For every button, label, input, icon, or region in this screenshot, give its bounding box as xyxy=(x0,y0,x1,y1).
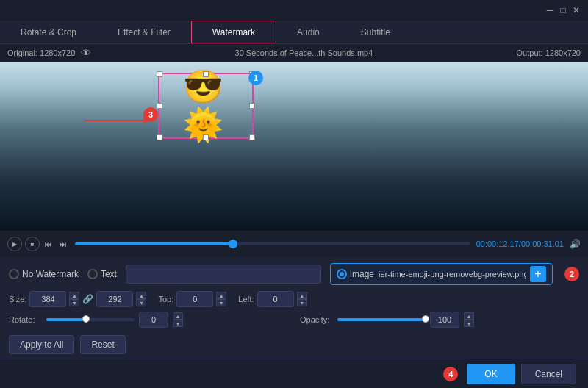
tab-rotate-crop[interactable]: Rotate & Crop xyxy=(0,21,97,43)
handle-bottom-left[interactable] xyxy=(157,134,162,140)
progress-fill xyxy=(75,242,233,245)
watermark-box[interactable]: 😎🌞 xyxy=(158,73,254,139)
handle-bottom-right[interactable] xyxy=(249,134,255,140)
no-watermark-label: No Watermark xyxy=(22,269,79,279)
video-preview-bg xyxy=(0,62,588,231)
rotate-spin: ▲ ▼ xyxy=(173,312,183,327)
handle-right-mid[interactable] xyxy=(249,103,255,109)
badge-3: 3 xyxy=(143,107,158,122)
play-controls: ▶ ■ ⏮ ⏭ xyxy=(7,237,69,251)
height-down[interactable]: ▼ xyxy=(136,299,146,306)
badge-4: 4 xyxy=(443,367,458,381)
tab-bar: Rotate & Crop Effect & Filter Watermark … xyxy=(0,21,588,44)
volume-icon[interactable]: 🔊 xyxy=(570,239,581,249)
tab-subtitle[interactable]: Subtitle xyxy=(340,21,411,43)
rotate-down[interactable]: ▼ xyxy=(173,320,183,327)
image-label: Image xyxy=(350,269,374,279)
width-input[interactable] xyxy=(29,291,66,307)
top-group: Top: ▲ ▼ xyxy=(158,291,226,307)
top-up[interactable]: ▲ xyxy=(216,292,226,299)
opacity-thumb[interactable] xyxy=(422,315,429,323)
controls-area: No Watermark Text Image ier-time-emoji-p… xyxy=(0,257,588,360)
image-radio[interactable] xyxy=(337,269,347,279)
opacity-down[interactable]: ▼ xyxy=(464,320,474,327)
original-size-label: Original: 1280x720 xyxy=(7,48,75,57)
progress-thumb[interactable] xyxy=(229,240,237,248)
rotate-group: Rotate: ▲ ▼ xyxy=(9,312,288,328)
text-label: Text xyxy=(101,269,117,279)
handle-bottom-mid[interactable] xyxy=(203,134,209,140)
preview-container: 😎🌞 1 3 xyxy=(0,62,588,231)
handle-top-left[interactable] xyxy=(157,71,162,77)
no-watermark-radio[interactable] xyxy=(9,269,19,279)
text-option[interactable]: Text xyxy=(87,269,117,279)
play-button[interactable]: ▶ xyxy=(7,237,22,251)
info-bar: Original: 1280x720 👁 30 Seconds of Peace… xyxy=(0,44,588,62)
time-display: 00:00:12.17/00:00:31.01 xyxy=(476,240,564,248)
bottom-bar: 4 OK Cancel xyxy=(0,359,588,388)
left-down[interactable]: ▼ xyxy=(297,299,307,306)
opacity-spin: ▲ ▼ xyxy=(464,312,474,327)
tab-audio[interactable]: Audio xyxy=(276,21,340,43)
watermark-emoji: 😎🌞 xyxy=(183,68,229,144)
maximize-button[interactable]: □ xyxy=(557,4,569,16)
size-group: Size: ▲ ▼ 🔗 ▲ ▼ xyxy=(9,291,146,307)
width-up[interactable]: ▲ xyxy=(69,292,79,299)
left-input[interactable] xyxy=(257,291,294,307)
height-input[interactable] xyxy=(96,291,133,307)
arrow-line xyxy=(85,120,143,121)
apply-to-all-button[interactable]: Apply to All xyxy=(9,335,74,354)
image-option[interactable]: Image xyxy=(337,269,374,279)
image-filename: ier-time-emoji-png-removebg-preview.png xyxy=(379,270,526,279)
tab-effect-filter[interactable]: Effect & Filter xyxy=(97,21,191,43)
next-frame-button[interactable]: ⏭ xyxy=(57,238,69,250)
cancel-button[interactable]: Cancel xyxy=(521,364,576,384)
width-down[interactable]: ▼ xyxy=(69,299,79,306)
eye-icon[interactable]: 👁 xyxy=(81,47,91,59)
top-down[interactable]: ▼ xyxy=(216,299,226,306)
filename-label: 30 Seconds of Peace...th Sounds.mp4 xyxy=(235,48,373,57)
link-icon[interactable]: 🔗 xyxy=(82,294,93,304)
radio-row: No Watermark Text Image ier-time-emoji-p… xyxy=(9,263,579,285)
text-radio[interactable] xyxy=(87,269,98,279)
size-label: Size: xyxy=(9,295,26,303)
left-spin: ▲ ▼ xyxy=(297,292,307,306)
progress-track[interactable] xyxy=(75,242,470,245)
opacity-input[interactable] xyxy=(430,312,459,328)
minimize-button[interactable]: ─ xyxy=(544,4,556,16)
opacity-fill xyxy=(337,318,426,321)
reset-button[interactable]: Reset xyxy=(80,335,125,354)
rotate-label: Rotate: xyxy=(9,315,42,324)
left-group: Left: ▲ ▼ xyxy=(238,291,306,307)
arrow-annotation xyxy=(85,117,149,124)
stop-button[interactable]: ■ xyxy=(25,237,40,251)
top-input[interactable] xyxy=(176,291,213,307)
timeline-bar: ▶ ■ ⏮ ⏭ 00:00:12.17/00:00:31.01 🔊 xyxy=(0,231,588,257)
opacity-up[interactable]: ▲ xyxy=(464,312,474,320)
image-section: Image ier-time-emoji-png-removebg-previe… xyxy=(330,263,553,285)
rotate-track[interactable] xyxy=(46,318,135,321)
rotate-input[interactable] xyxy=(139,312,168,328)
rotate-up[interactable]: ▲ xyxy=(173,312,183,320)
add-image-button[interactable]: + xyxy=(530,266,546,282)
rotate-fill xyxy=(46,318,86,321)
handle-left-mid[interactable] xyxy=(157,103,162,109)
prev-frame-button[interactable]: ⏮ xyxy=(43,238,54,250)
badge-2: 2 xyxy=(564,267,579,281)
ok-button[interactable]: OK xyxy=(467,364,514,384)
opacity-track[interactable] xyxy=(337,318,426,321)
top-spin: ▲ ▼ xyxy=(216,292,226,306)
height-spin: ▲ ▼ xyxy=(136,292,146,306)
handle-top-mid[interactable] xyxy=(203,71,209,77)
no-watermark-option[interactable]: No Watermark xyxy=(9,269,79,279)
output-size-label: Output: 1280x720 xyxy=(517,48,581,57)
tab-watermark[interactable]: Watermark xyxy=(191,21,276,43)
text-watermark-input[interactable] xyxy=(126,265,321,284)
close-button[interactable]: ✕ xyxy=(570,4,582,16)
slider-row: Rotate: ▲ ▼ Opacity: ▲ ▼ xyxy=(9,312,579,328)
height-up[interactable]: ▲ xyxy=(136,292,146,299)
action-row: Apply to All Reset xyxy=(9,335,579,354)
rotate-thumb[interactable] xyxy=(82,315,90,323)
top-label: Top: xyxy=(158,295,173,303)
left-up[interactable]: ▲ xyxy=(297,292,307,299)
